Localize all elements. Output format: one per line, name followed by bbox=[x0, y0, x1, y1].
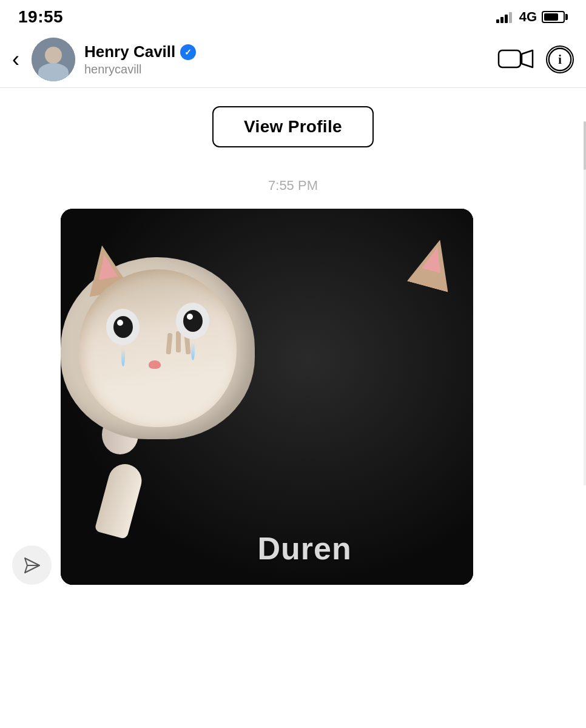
status-bar: 19:55 4G bbox=[0, 0, 586, 32]
battery-icon bbox=[542, 11, 568, 23]
cat-eye-left bbox=[106, 309, 140, 345]
meme-image-container: Duren bbox=[61, 209, 473, 585]
tabby-stripe-1 bbox=[166, 333, 172, 355]
battery-body bbox=[542, 11, 565, 23]
verified-check-icon: ✓ bbox=[184, 47, 192, 57]
username-handle[interactable]: henrycavill bbox=[84, 62, 488, 76]
svg-rect-0 bbox=[499, 50, 520, 67]
cat-scene: Duren bbox=[61, 209, 473, 585]
battery-tip bbox=[565, 14, 568, 20]
thumb-body bbox=[94, 460, 145, 539]
eye-shine-right bbox=[187, 314, 193, 320]
scrollbar-thumb[interactable] bbox=[584, 121, 586, 170]
info-button[interactable]: i bbox=[546, 46, 574, 73]
meme-caption: Duren bbox=[257, 530, 351, 567]
header-actions: i bbox=[497, 46, 574, 73]
react-button[interactable] bbox=[12, 545, 52, 585]
eye-pupil-left bbox=[113, 316, 133, 338]
send-icon bbox=[24, 557, 41, 574]
eye-pupil-right bbox=[183, 310, 203, 332]
username-row: Henry Cavill ✓ bbox=[84, 42, 488, 61]
scrollbar-track[interactable] bbox=[584, 121, 586, 485]
signal-icon bbox=[496, 11, 512, 23]
view-profile-container: View Profile bbox=[0, 100, 586, 166]
view-profile-button[interactable]: View Profile bbox=[212, 106, 374, 147]
svg-marker-1 bbox=[522, 50, 533, 67]
user-info: Henry Cavill ✓ henrycavill bbox=[84, 42, 488, 76]
meme-image: Duren bbox=[61, 209, 473, 585]
display-name: Henry Cavill bbox=[84, 42, 175, 61]
info-icon: i bbox=[547, 46, 573, 73]
avatar[interactable] bbox=[32, 38, 75, 81]
message-row: Duren bbox=[0, 209, 586, 585]
chat-area: View Profile 7:55 PM bbox=[0, 88, 586, 634]
svg-text:i: i bbox=[558, 53, 562, 66]
signal-bar-2 bbox=[500, 17, 503, 23]
eye-shine-left bbox=[117, 320, 123, 326]
video-call-icon bbox=[497, 48, 535, 71]
eye-white-left bbox=[106, 309, 140, 345]
chat-header: ‹ Henry Cavill ✓ henrycavill i bbox=[0, 32, 586, 88]
video-call-button[interactable] bbox=[497, 48, 535, 71]
signal-bar-4 bbox=[509, 12, 512, 23]
eye-white-right bbox=[176, 303, 209, 339]
cat-nose bbox=[149, 360, 161, 369]
network-label: 4G bbox=[519, 9, 537, 25]
signal-bar-3 bbox=[505, 15, 508, 23]
tear-right bbox=[191, 342, 195, 360]
signal-bar-1 bbox=[496, 19, 499, 23]
status-time: 19:55 bbox=[18, 7, 63, 27]
battery-fill bbox=[544, 13, 558, 21]
back-button[interactable]: ‹ bbox=[12, 49, 19, 70]
cat-face bbox=[79, 269, 237, 427]
verified-badge: ✓ bbox=[180, 44, 196, 60]
avatar-figure bbox=[32, 38, 75, 81]
cat-eye-right bbox=[176, 303, 209, 339]
message-timestamp: 7:55 PM bbox=[0, 178, 586, 194]
status-icons: 4G bbox=[496, 9, 568, 25]
tear-left bbox=[121, 348, 125, 366]
